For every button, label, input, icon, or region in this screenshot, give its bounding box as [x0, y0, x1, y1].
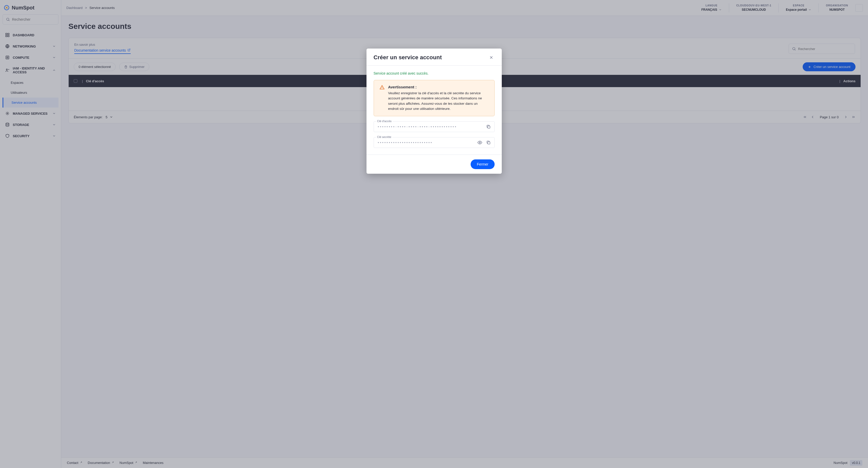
copy-icon [486, 140, 491, 145]
warning-icon [379, 85, 384, 90]
toggle-visibility-button[interactable] [476, 139, 483, 146]
secret-key-field: ••••••••••••••••••••••••• [374, 137, 495, 148]
access-key-value: ••••••••-••••-••••-••••-•••••••••••• [377, 125, 483, 129]
success-message: Service account créé avec succès. [374, 71, 495, 76]
svg-rect-12 [488, 126, 490, 128]
copy-secret-button[interactable] [485, 139, 492, 146]
modal-title: Créer un service account [374, 54, 442, 61]
eye-icon [477, 140, 483, 145]
secret-key-label: Clé secrète [376, 136, 393, 139]
close-button[interactable] [488, 54, 495, 61]
warning-box: Avertissement : Veuillez enregistrer la … [374, 80, 495, 116]
warning-title: Avertissement : [388, 85, 489, 89]
access-key-label: Clé d'accès [376, 120, 393, 123]
warning-text: Veuillez enregistrer la clé d'accès et l… [388, 91, 489, 111]
secret-key-value: ••••••••••••••••••••••••• [377, 141, 474, 145]
svg-point-13 [479, 142, 480, 143]
copy-access-button[interactable] [485, 123, 492, 130]
modal-overlay[interactable]: Créer un service account Service account… [0, 0, 868, 468]
close-modal-button[interactable]: Fermer [471, 159, 494, 169]
close-icon [489, 55, 494, 60]
access-key-field: ••••••••-••••-••••-••••-•••••••••••• [374, 121, 495, 132]
modal: Créer un service account Service account… [367, 49, 502, 174]
svg-rect-14 [488, 142, 490, 144]
copy-icon [486, 124, 491, 129]
